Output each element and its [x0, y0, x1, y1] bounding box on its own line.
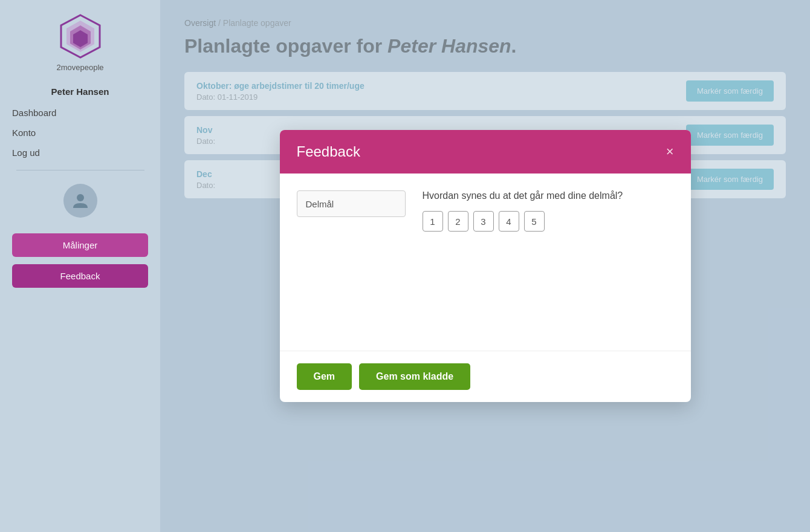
sidebar: 2movepeople Peter Hansen Dashboard Konto…: [0, 0, 160, 532]
modal-question: Hvordan synes du at det går med dine del…: [423, 190, 674, 201]
sidebar-username: Peter Hansen: [51, 86, 109, 97]
save-button[interactable]: Gem: [297, 363, 352, 390]
feedback-modal: Feedback × Delmål Hvordan synes du at de…: [280, 130, 691, 402]
modal-footer: Gem Gem som kladde: [280, 351, 691, 402]
modal-left: Delmål: [297, 190, 406, 334]
sidebar-item-log-ud[interactable]: Log ud: [12, 143, 148, 163]
modal-title: Feedback: [297, 143, 360, 160]
logo-icon: [56, 12, 105, 60]
rating-row: 1 2 3 4 5: [423, 211, 674, 232]
modal-header: Feedback ×: [280, 130, 691, 174]
sidebar-item-konto[interactable]: Konto: [12, 123, 148, 143]
main-content: Oversigt / Planlagte opgaver Planlagte o…: [160, 0, 810, 532]
logo: 2movepeople: [56, 12, 105, 72]
modal-body: Delmål Hvordan synes du at det går med d…: [280, 174, 691, 351]
delmaal-label: Delmål: [297, 190, 406, 217]
save-draft-button[interactable]: Gem som kladde: [359, 363, 470, 390]
rating-btn-2[interactable]: 2: [448, 211, 468, 232]
avatar-icon: [71, 191, 90, 210]
svg-point-4: [77, 194, 84, 201]
maalinger-button[interactable]: Målinger: [12, 233, 148, 257]
rating-btn-5[interactable]: 5: [524, 211, 545, 232]
modal-close-button[interactable]: ×: [666, 145, 674, 158]
rating-btn-4[interactable]: 4: [499, 211, 519, 232]
sidebar-divider: [16, 170, 144, 170]
rating-btn-3[interactable]: 3: [473, 211, 494, 232]
feedback-button[interactable]: Feedback: [12, 264, 148, 288]
modal-overlay: Feedback × Delmål Hvordan synes du at de…: [160, 0, 810, 532]
sidebar-item-dashboard[interactable]: Dashboard: [12, 103, 148, 123]
sidebar-nav: Dashboard Konto Log ud: [0, 103, 160, 163]
avatar: [63, 184, 97, 218]
modal-right: Hvordan synes du at det går med dine del…: [423, 190, 674, 334]
rating-btn-1[interactable]: 1: [423, 211, 443, 232]
app-name: 2movepeople: [56, 63, 103, 72]
